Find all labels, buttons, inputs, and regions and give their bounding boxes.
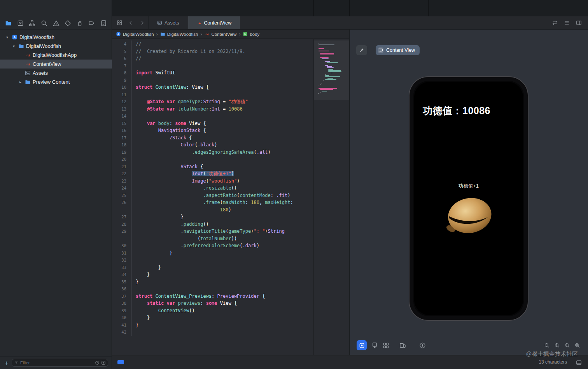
minimap-bar [318,86,319,86]
forward-icon[interactable] [139,20,145,26]
breadcrumb-item-digitalwoodfish[interactable]: DigitalWoodfish [160,32,198,37]
code-token: .frame [203,200,220,205]
code-token: Int [212,106,220,112]
iphone-preview[interactable]: 功德值：10086 功德值+1 [409,76,528,321]
disclosure-triangle[interactable]: ▾ [11,44,16,48]
debug-navigator-button[interactable] [77,20,83,26]
preview-on-device-button[interactable] [371,342,378,349]
code-token: ( [240,243,242,248]
device-button-label: Content View [386,47,415,53]
breadcrumb-item-digitalwoodfish[interactable]: DigitalWoodfish [116,32,154,37]
zoom-out-icon [544,343,550,348]
symbol-navigator-icon [29,20,35,26]
add-editor-icon[interactable] [576,20,582,26]
accessibility-icon [419,342,426,349]
code-line: 5// Created by Ricardo Li on 2022/11/9. [112,48,313,55]
line-number: 14 [112,112,131,120]
tree-item-digitalwoodfishapp[interactable]: DigitalWoodfishApp [0,51,112,60]
preview-on-device-icon [371,342,378,349]
code-token: 180 [220,207,229,213]
live-preview-icon [359,343,365,348]
find-navigator-icon [41,20,47,26]
code-text [131,156,313,163]
tab-assets[interactable]: Assets [148,16,188,29]
line-number: 22 [112,170,131,177]
live-preview-button[interactable] [357,340,367,350]
code-token: } [136,272,150,277]
zoom-fit-button[interactable] [574,342,580,349]
bottom-panel-button[interactable] [576,359,582,366]
code-token: () [231,185,237,191]
test-navigator-button[interactable] [65,20,71,26]
breadcrumb-item-body[interactable]: body [243,32,259,37]
disclosure-triangle[interactable]: ▸ [18,80,23,84]
add-button[interactable]: + [5,360,9,366]
add-filter-icon[interactable] [101,360,106,365]
tree-item-contentview[interactable]: ContentView [0,60,112,69]
line-number: 28 [112,221,131,228]
minimap[interactable] [313,39,349,355]
pin-button[interactable] [356,45,367,55]
code-text [131,112,313,120]
issue-navigator-button[interactable] [53,20,60,26]
zoom-actual-size-button[interactable] [554,342,560,349]
code-line: 19 .edgesIgnoringSafeArea(.all) [112,149,313,156]
code-token [136,300,147,306]
jump-bar: DigitalWoodfish›DigitalWoodfish›ContentV… [112,30,349,39]
code-text: static var previews: some View { [131,300,313,307]
accessibility-button[interactable] [419,342,426,349]
adjust-editor-icon[interactable] [564,20,570,26]
tab-contentview[interactable]: ContentView [188,16,241,29]
code-token: = [220,99,229,104]
line-number: 37 [112,293,131,300]
code-editor[interactable]: 4//5// Created by Ricardo Li on 2022/11/… [112,39,313,355]
code-token: ) [268,149,271,155]
code-token: .fit [276,193,287,198]
code-token: // [136,41,141,47]
tree-item-digitalwoodfish[interactable]: ▾DigitalWoodfish [0,42,112,51]
zoom-in-button[interactable] [564,342,570,349]
breadcrumb-item-contentview[interactable]: ContentView [204,32,236,37]
pin-icon [359,47,364,53]
code-text: ZStack { [131,134,313,142]
report-navigator-button[interactable] [100,20,107,26]
code-token: VStack [181,164,198,169]
code-line: 39 ContentView() [112,307,313,315]
tree-item-assets[interactable]: Assets [0,69,112,77]
tree-item-digitalwoodfish[interactable]: ▾DigitalWoodfish [0,33,112,42]
code-token: .edgesIgnoringSafeArea [192,149,254,155]
project-navigator-button[interactable] [5,20,12,26]
find-navigator-button[interactable] [41,20,47,26]
code-line: 29 .navigationTitle(gameType+": "+String [112,228,313,235]
code-token [136,142,181,148]
code-token: 180 [251,200,259,205]
breakpoint-navigator-button[interactable] [88,20,95,26]
device-settings-button[interactable] [399,342,406,349]
filter-input[interactable] [20,360,93,365]
breadcrumb-label: ContentView [211,32,236,37]
swift-icon [25,61,31,67]
tree-item-preview-content[interactable]: ▸Preview Content [0,77,112,86]
code-token: ( [206,178,209,184]
zoom-out-button[interactable] [544,342,550,349]
disclosure-triangle[interactable]: ▾ [5,35,10,39]
code-review-icon[interactable] [552,20,558,26]
breadcrumb-label: DigitalWoodfish [123,32,154,37]
line-number: 19 [112,149,131,156]
device-button[interactable]: Content View [376,45,420,55]
debug-navigator-icon [77,20,83,26]
related-items-icon[interactable] [117,20,122,26]
sidebar-filter-bar: + [0,356,112,369]
line-number: 36 [112,285,131,293]
back-icon[interactable] [128,20,134,26]
variants-button[interactable] [383,342,389,349]
code-text: var body: some View { [131,120,313,127]
minimap-bar [325,79,336,80]
recents-clock-icon[interactable] [95,360,100,365]
filter-field[interactable] [12,359,108,367]
code-token: struct [136,293,152,299]
symbol-navigator-button[interactable] [29,20,35,26]
code-token [152,293,155,299]
zoom-actual-size-icon [554,343,560,348]
source-control-button[interactable] [17,20,24,26]
